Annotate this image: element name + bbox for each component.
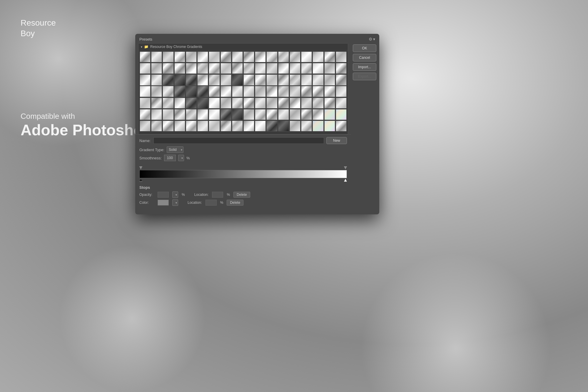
gradient-swatch[interactable]: [174, 109, 185, 120]
gradient-swatch[interactable]: [151, 109, 162, 120]
gradient-swatch[interactable]: [140, 74, 151, 85]
opacity-input[interactable]: [158, 192, 169, 198]
gradient-swatch[interactable]: [243, 51, 254, 62]
gradient-swatch[interactable]: [301, 109, 312, 120]
gradient-swatch[interactable]: [278, 121, 289, 131]
gradient-swatch[interactable]: [266, 109, 277, 120]
gradient-swatch[interactable]: [290, 109, 300, 120]
gradient-swatch[interactable]: [232, 121, 243, 131]
gradient-swatch[interactable]: [140, 51, 151, 62]
gradient-swatch[interactable]: [151, 51, 162, 62]
gradient-swatch[interactable]: [174, 51, 185, 62]
gradient-swatch[interactable]: [278, 74, 289, 85]
folder-row[interactable]: ▾ 📁 Resource Boy Chrome Gradients: [138, 44, 348, 50]
gradient-swatch[interactable]: [313, 63, 323, 74]
gradient-swatch[interactable]: [243, 121, 254, 131]
color-stop-left[interactable]: [139, 179, 142, 182]
gradient-swatch[interactable]: [209, 51, 220, 62]
gradient-swatch[interactable]: [255, 121, 266, 131]
color-swatch[interactable]: [158, 200, 169, 206]
delete-button-2[interactable]: Delete: [227, 200, 243, 206]
gradient-swatch[interactable]: [266, 51, 277, 62]
gradient-swatch[interactable]: [255, 51, 266, 62]
gradient-swatch[interactable]: [255, 109, 266, 120]
smoothness-input[interactable]: [164, 155, 176, 161]
gradient-swatch[interactable]: [174, 98, 185, 109]
gradient-swatch[interactable]: [163, 98, 173, 109]
gradient-swatch[interactable]: [220, 109, 231, 120]
gradient-type-select[interactable]: Solid Noise: [167, 146, 183, 153]
gradient-swatch[interactable]: [220, 86, 231, 97]
gradient-swatch[interactable]: [266, 63, 277, 74]
gradient-swatch[interactable]: [163, 109, 173, 120]
gradient-swatch[interactable]: [151, 121, 162, 131]
gradient-swatch[interactable]: [324, 63, 335, 74]
gradient-swatch[interactable]: [324, 121, 335, 131]
gradient-swatch[interactable]: [186, 109, 197, 120]
gradient-swatch[interactable]: [301, 86, 312, 97]
gradient-swatch[interactable]: [140, 98, 151, 109]
gradient-swatch[interactable]: [186, 63, 197, 74]
gradient-swatch[interactable]: [278, 51, 289, 62]
gradient-swatch[interactable]: [278, 98, 289, 109]
gradient-swatch[interactable]: [209, 63, 220, 74]
opacity-stop-right[interactable]: [344, 166, 347, 169]
location-input-2[interactable]: [206, 200, 217, 206]
gradient-swatch[interactable]: [220, 98, 231, 109]
gradient-swatch[interactable]: [324, 109, 335, 120]
gradient-bar[interactable]: [139, 170, 347, 178]
gradient-swatch[interactable]: [313, 121, 323, 131]
gradient-swatch[interactable]: [313, 98, 323, 109]
gradient-swatch[interactable]: [197, 86, 208, 97]
gradient-swatch[interactable]: [163, 86, 173, 97]
gradient-swatch[interactable]: [232, 98, 243, 109]
ok-button[interactable]: OK: [353, 44, 376, 52]
gradient-swatch[interactable]: [266, 74, 277, 85]
gradient-swatch[interactable]: [174, 121, 185, 131]
gradient-swatch[interactable]: [151, 63, 162, 74]
gradient-swatch[interactable]: [255, 86, 266, 97]
gradient-swatch[interactable]: [232, 63, 243, 74]
gradient-swatch[interactable]: [220, 51, 231, 62]
gradient-swatch[interactable]: [209, 109, 220, 120]
gradient-swatch[interactable]: [186, 74, 197, 85]
gradient-swatch[interactable]: [301, 121, 312, 131]
presets-panel[interactable]: ▾ 📁 Resource Boy Chrome Gradients: [138, 43, 348, 134]
gradient-swatch[interactable]: [301, 63, 312, 74]
gradient-swatch[interactable]: [163, 74, 173, 85]
export-button[interactable]: Export...: [353, 73, 376, 80]
gradient-swatch[interactable]: [163, 63, 173, 74]
gradient-swatch[interactable]: [174, 74, 185, 85]
gradient-swatch[interactable]: [278, 86, 289, 97]
gradient-swatch[interactable]: [197, 109, 208, 120]
opacity-stop-left[interactable]: [139, 166, 142, 169]
gradient-swatch[interactable]: [290, 74, 300, 85]
gradient-swatch[interactable]: [232, 86, 243, 97]
gradient-swatch[interactable]: [313, 109, 323, 120]
gradient-swatch[interactable]: [209, 98, 220, 109]
gradient-swatch[interactable]: [266, 86, 277, 97]
gradient-swatch[interactable]: [255, 74, 266, 85]
gradient-swatch[interactable]: [209, 121, 220, 131]
gradient-swatch[interactable]: [301, 51, 312, 62]
gradient-swatch[interactable]: [197, 121, 208, 131]
gradient-swatch[interactable]: [336, 51, 347, 62]
gradient-swatch[interactable]: [290, 63, 300, 74]
gradient-swatch[interactable]: [140, 109, 151, 120]
gradient-swatch[interactable]: [140, 86, 151, 97]
opacity-stepper[interactable]: [172, 191, 178, 198]
gradient-swatch[interactable]: [313, 74, 323, 85]
gradient-swatch[interactable]: [301, 98, 312, 109]
smoothness-stepper[interactable]: [178, 155, 184, 161]
gradient-swatch[interactable]: [151, 74, 162, 85]
gradient-swatch[interactable]: [209, 74, 220, 85]
gradient-swatch[interactable]: [232, 51, 243, 62]
cancel-button[interactable]: Cancel: [353, 54, 376, 61]
gradient-swatch[interactable]: [336, 98, 347, 109]
gradient-swatch[interactable]: [266, 98, 277, 109]
gradient-swatch[interactable]: [197, 74, 208, 85]
gradient-swatch[interactable]: [163, 51, 173, 62]
gradient-swatch[interactable]: [243, 63, 254, 74]
location-input-1[interactable]: [212, 192, 223, 198]
gradient-swatch[interactable]: [313, 51, 323, 62]
